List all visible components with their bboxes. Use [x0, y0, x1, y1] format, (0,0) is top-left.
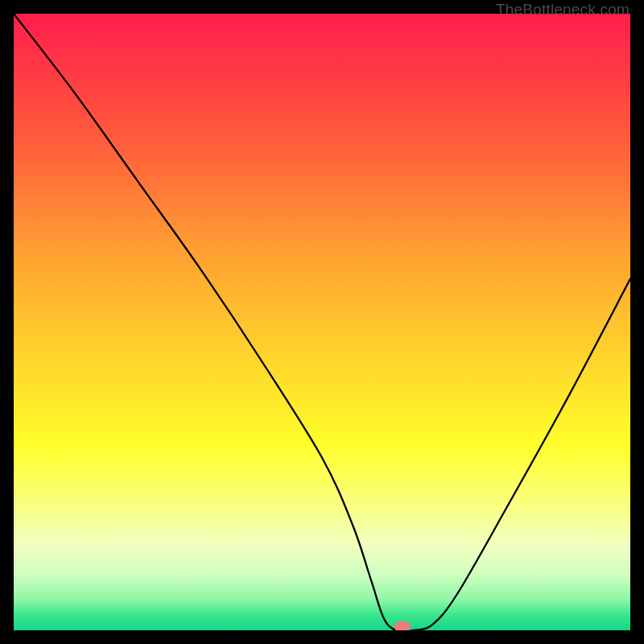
- bottleneck-curve: [14, 14, 630, 630]
- chart-container: TheBottleneck.com: [0, 0, 644, 644]
- watermark-text: TheBottleneck.com: [496, 1, 630, 19]
- optimal-marker: [394, 621, 411, 630]
- plot-area: [14, 14, 630, 630]
